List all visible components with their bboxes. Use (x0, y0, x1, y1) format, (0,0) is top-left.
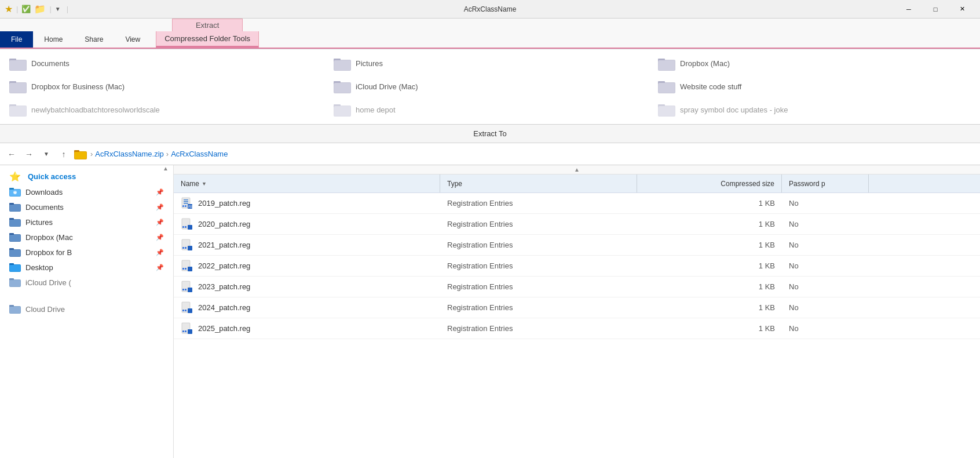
svg-rect-58 (184, 201, 188, 202)
svg-rect-5 (334, 60, 350, 70)
sidebar-item-dropbox-business[interactable]: Dropbox for B 📌 (0, 245, 173, 260)
svg-rect-2 (10, 60, 26, 70)
file-size-cell: 1 KB (637, 324, 782, 333)
tab-file[interactable]: File (0, 31, 33, 48)
table-row[interactable]: 2024_patch.reg Registration Entries 1 KB… (174, 297, 980, 318)
svg-rect-37 (10, 205, 20, 211)
svg-rect-86 (182, 310, 184, 311)
file-name-cell: 2025_patch.reg (174, 322, 440, 335)
path-folder[interactable]: AcRxClassName (171, 150, 228, 158)
sort-icon: ▼ (202, 181, 207, 187)
col-header-password[interactable]: Password p (782, 175, 869, 192)
svg-rect-91 (185, 330, 187, 332)
quick-folder-pictures[interactable]: Pictures (334, 54, 646, 74)
folder-icon (9, 103, 27, 117)
folder-name: home depot (356, 106, 396, 114)
reg-file-icon (181, 281, 193, 293)
sidebar-item-icloud[interactable]: iCloud Drive ( (0, 275, 173, 290)
qat-dropdown[interactable]: ▼ (55, 6, 61, 12)
folder-name: Documents (31, 59, 70, 68)
table-row[interactable]: 2021_patch.reg Registration Entries 1 KB… (174, 235, 980, 256)
table-row[interactable]: 2020_patch.reg Registration Entries 1 KB… (174, 214, 980, 235)
quick-folder-icloud[interactable]: iCloud Drive (Mac) (334, 77, 646, 97)
table-row[interactable]: 2025_patch.reg Registration Entries 1 KB… (174, 318, 980, 339)
close-button[interactable]: ✕ (949, 0, 975, 19)
folder-icon (9, 57, 27, 71)
folder-name: newlybatchloadbatchtoresolworldscale (31, 106, 160, 114)
navigation-bar: ← → ▼ ↑ › AcRxClassName.zip › AcRxClassN… (0, 143, 980, 165)
scroll-up-button[interactable]: ▲ (163, 165, 169, 172)
quick-folder-spray[interactable]: spray symbol doc updates - joke (658, 100, 971, 119)
svg-rect-46 (10, 250, 20, 256)
up-button[interactable]: ↑ (57, 147, 71, 161)
sidebar-item-documents[interactable]: Documents 📌 (0, 199, 173, 215)
svg-rect-20 (10, 106, 26, 116)
folder-icon (334, 103, 351, 117)
pin-icon: 📌 (156, 188, 164, 196)
col-header-name[interactable]: Name ▼ (174, 175, 440, 192)
path-zip[interactable]: AcRxClassName.zip (95, 150, 163, 158)
col-header-type[interactable]: Type (440, 175, 637, 192)
maximize-button[interactable]: □ (922, 0, 949, 19)
table-row[interactable]: REG 2019_patch.reg Registration Entries … (174, 193, 980, 214)
file-list-panel: ▲ Name ▼ Type Compressed size Password p (174, 165, 980, 458)
folder-icon (9, 79, 27, 93)
breadcrumb-separator: › (90, 150, 93, 158)
sidebar-item-pictures[interactable]: Pictures 📌 (0, 215, 173, 230)
file-password-cell: No (782, 282, 869, 291)
minimize-button[interactable]: ─ (895, 0, 922, 19)
col-header-size[interactable]: Compressed size (637, 175, 782, 192)
sidebar-item-downloads[interactable]: Downloads 📌 (0, 184, 173, 199)
svg-rect-69 (188, 225, 192, 230)
col-type-label: Type (447, 180, 462, 188)
titlebar-icons: ★ | ✅ 📁 | ▼ | (5, 3, 68, 14)
quick-folder-website[interactable]: Website code stuff (658, 77, 971, 97)
sidebar-item-dropbox-mac[interactable]: Dropbox (Mac 📌 (0, 230, 173, 245)
sidebar-quick-access-header: ⭐ Quick access (0, 168, 173, 184)
file-name-cell: 2023_patch.reg (174, 281, 440, 293)
quick-folder-homedepot[interactable]: home depot (334, 100, 646, 119)
file-name: 2021_patch.reg (198, 241, 250, 249)
sidebar-item-desktop[interactable]: Desktop 📌 (0, 260, 173, 275)
reg-file-icon: REG (181, 197, 193, 210)
extract-tab-label[interactable]: Extract (172, 19, 243, 31)
file-list-scroll-up[interactable]: ▲ (174, 165, 980, 175)
quick-folder-dropbox-business[interactable]: Dropbox for Business (Mac) (9, 77, 322, 97)
quick-folder-batch[interactable]: newlybatchloadbatchtoresolworldscale (9, 100, 322, 119)
table-row[interactable]: 2023_patch.reg Registration Entries 1 KB… (174, 277, 980, 297)
table-row[interactable]: 2022_patch.reg Registration Entries 1 KB… (174, 256, 980, 277)
extract-to-bar: Extract To (0, 125, 980, 143)
recent-button[interactable]: ▼ (39, 147, 53, 161)
tab-view[interactable]: View (114, 31, 151, 48)
svg-rect-31 (9, 188, 14, 190)
svg-rect-55 (10, 307, 20, 313)
pin-icon: 📌 (156, 219, 164, 226)
compressed-folder-tools-tab[interactable]: Compressed Folder Tools (156, 31, 259, 48)
file-type-cell: Registration Entries (440, 199, 637, 208)
quick-folder-dropbox-mac[interactable]: Dropbox (Mac) (658, 54, 971, 74)
qat-folder[interactable]: 📁 (34, 3, 46, 14)
sidebar-item-cloud-drive[interactable]: Cloud Drive (0, 301, 173, 317)
tab-home[interactable]: Home (33, 31, 74, 48)
sidebar-quick-access-section: ⭐ Quick access Downloads 📌 (0, 165, 173, 319)
folder-icon (658, 79, 675, 93)
file-name: 2020_patch.reg (198, 220, 250, 228)
qat-separator2: | (49, 5, 51, 13)
qat-checkmark[interactable]: ✅ (21, 5, 31, 13)
qat-icon-1[interactable]: ★ (5, 3, 13, 14)
svg-rect-11 (10, 83, 26, 93)
quick-folder-documents[interactable]: Documents (9, 54, 322, 74)
col-name-label: Name (181, 180, 199, 188)
svg-rect-29 (75, 152, 86, 159)
file-size-cell: 1 KB (637, 220, 782, 228)
sidebar-item-dropbox-business-label: Dropbox for B (25, 248, 72, 257)
back-button[interactable]: ← (5, 147, 19, 161)
nav-folder-icon (74, 149, 87, 159)
folder-name: iCloud Drive (Mac) (356, 82, 418, 91)
forward-button[interactable]: → (22, 147, 36, 161)
tab-share[interactable]: Share (74, 31, 114, 48)
qat-separator3: | (67, 5, 68, 13)
reg-file-icon (181, 239, 193, 252)
svg-rect-8 (659, 60, 675, 70)
folder-name: Dropbox for Business (Mac) (31, 82, 125, 91)
